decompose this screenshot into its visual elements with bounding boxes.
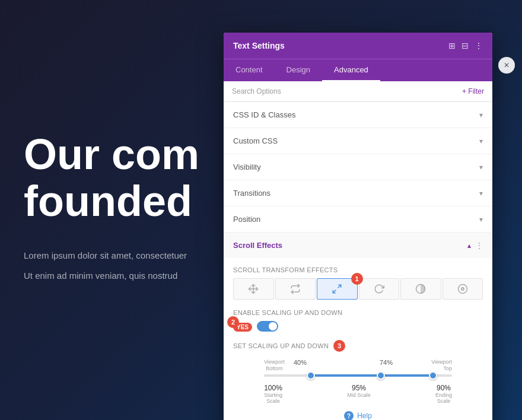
- accordion-transitions-label: Transitions: [233, 189, 270, 198]
- accordion-css-id-label: CSS ID & Classes: [233, 110, 295, 119]
- svg-line-2: [338, 285, 341, 288]
- transform-icon-scale[interactable]: 1: [317, 278, 358, 300]
- accordion-position: Position ▾: [224, 206, 492, 233]
- tab-content[interactable]: Content: [224, 59, 275, 81]
- scroll-effects-controls: ▴ ⋮: [467, 241, 483, 250]
- slider-thumb-end[interactable]: [429, 371, 437, 380]
- accordion-position-chevron: ▾: [479, 215, 483, 224]
- transform-icon-move[interactable]: [233, 278, 274, 300]
- svg-line-3: [333, 290, 336, 293]
- accordion-transitions-chevron: ▾: [479, 189, 483, 198]
- bg-paragraph-2: Ut enim ad minim veniam, quis nostrud: [24, 269, 243, 283]
- panel-search-bar: Search Options + Filter: [224, 81, 492, 102]
- set-label-row: Set Scaling Up and Down 3: [233, 340, 483, 352]
- panel-header: Text Settings ⊞ ⊟ ⋮: [224, 33, 492, 59]
- percent-74: 74%: [380, 359, 393, 366]
- slider-thumb-start[interactable]: [307, 371, 315, 380]
- slider-thumb-mid[interactable]: [377, 371, 385, 380]
- bg-paragraph-1: Lorem ipsum dolor sit amet, consectetuer: [24, 249, 243, 263]
- accordion-transitions-header[interactable]: Transitions ▾: [224, 180, 492, 206]
- accordion-css-id-header[interactable]: CSS ID & Classes ▾: [224, 102, 492, 128]
- enable-scaling-row: Enable Scaling Up and Down 2 YES: [233, 309, 483, 332]
- scroll-effects-section: Scroll Effects ▴ ⋮ Scroll Transform Effe…: [224, 233, 492, 420]
- mid-scale-value: 95%: [347, 384, 371, 392]
- accordion-custom-css-chevron: ▾: [479, 137, 483, 145]
- enable-scaling-toggle[interactable]: [257, 321, 278, 332]
- viewport-top-label: ViewportTop: [431, 359, 452, 372]
- badge-1: 1: [351, 273, 363, 285]
- accordion-custom-css-header[interactable]: Custom CSS ▾: [224, 128, 492, 154]
- panel-tabs: Content Design Advanced: [224, 59, 492, 81]
- filter-button[interactable]: + Filter: [462, 87, 484, 96]
- slider-area: ViewportBottom 40% 74% ViewportTop: [233, 359, 483, 377]
- accordion-position-header[interactable]: Position ▾: [224, 206, 492, 232]
- badge-2: 2: [227, 316, 239, 328]
- help-row: ? Help: [233, 404, 483, 420]
- tab-design[interactable]: Design: [275, 59, 322, 81]
- viewport-labels-row: ViewportBottom 40% 74% ViewportTop: [264, 359, 452, 373]
- accordion-position-label: Position: [233, 215, 260, 224]
- transform-icons-row: 1: [233, 278, 483, 300]
- viewport-bottom-label: ViewportBottom: [264, 359, 285, 372]
- accordion-custom-css-label: Custom CSS: [233, 136, 278, 145]
- accordion-visibility-chevron: ▾: [479, 163, 483, 171]
- panel-title: Text Settings: [233, 41, 285, 50]
- percent-labels: 40% 74%: [294, 359, 393, 366]
- tab-advanced[interactable]: Advanced: [322, 59, 380, 81]
- starting-scale-value: 100%: [264, 384, 282, 392]
- close-panel-button[interactable]: ✕: [498, 57, 515, 74]
- starting-scale: 100% StartingScale: [264, 384, 282, 404]
- panel-icon-more[interactable]: ⋮: [475, 41, 483, 50]
- scaling-section: Set Scaling Up and Down 3 ViewportBottom…: [233, 340, 483, 404]
- search-placeholder: Search Options: [232, 87, 281, 96]
- enable-scaling-label: Enable Scaling Up and Down: [233, 309, 483, 316]
- svg-point-5: [461, 288, 464, 291]
- settings-panel: Text Settings ⊞ ⊟ ⋮ Content Design Advan…: [224, 33, 492, 420]
- ending-scale: 90% EndingScale: [435, 384, 452, 404]
- set-scaling-label: Set Scaling Up and Down: [233, 342, 329, 349]
- scroll-effects-more[interactable]: ⋮: [476, 241, 483, 250]
- ending-scale-value: 90%: [435, 384, 452, 392]
- scale-value-labels: 100% StartingScale 95% Mid Scale 90% End…: [233, 381, 483, 404]
- slider-fill: [311, 374, 433, 377]
- accordion-visibility-header[interactable]: Visibility ▾: [224, 154, 492, 180]
- scroll-effects-chevron-up[interactable]: ▴: [467, 241, 471, 250]
- panel-icon-grid[interactable]: ⊞: [448, 41, 456, 50]
- panel-icon-columns[interactable]: ⊟: [461, 41, 469, 50]
- accordion-custom-css: Custom CSS ▾: [224, 128, 492, 154]
- accordion-transitions: Transitions ▾: [224, 180, 492, 206]
- accordion-css-id-chevron: ▾: [479, 111, 483, 119]
- transform-icon-opacity[interactable]: [400, 278, 441, 300]
- accordion-css-id: CSS ID & Classes ▾: [224, 102, 492, 128]
- help-icon[interactable]: ?: [344, 411, 354, 420]
- scroll-effects-title: Scroll Effects: [233, 241, 282, 250]
- badge-2-wrapper: 2 YES: [233, 321, 252, 332]
- scroll-effects-header[interactable]: Scroll Effects ▴ ⋮: [224, 233, 492, 258]
- mid-scale: 95% Mid Scale: [347, 384, 371, 404]
- toggle-inline: 2 YES: [233, 321, 483, 332]
- percent-40: 40%: [294, 359, 307, 366]
- ending-scale-label: EndingScale: [435, 392, 452, 404]
- transform-icon-blur[interactable]: [443, 278, 483, 300]
- mid-scale-label: Mid Scale: [347, 392, 371, 398]
- help-label[interactable]: Help: [357, 412, 372, 420]
- scroll-effects-body: Scroll Transform Effects: [224, 258, 492, 420]
- transform-icon-swap[interactable]: [275, 278, 316, 300]
- accordion-visibility-label: Visibility: [233, 163, 261, 171]
- badge-3: 3: [333, 340, 345, 352]
- slider-track: [264, 374, 452, 377]
- panel-header-icons: ⊞ ⊟ ⋮: [448, 41, 483, 50]
- starting-scale-label: StartingScale: [264, 392, 282, 404]
- transform-icon-rotate[interactable]: [359, 278, 400, 300]
- accordion-visibility: Visibility ▾: [224, 154, 492, 180]
